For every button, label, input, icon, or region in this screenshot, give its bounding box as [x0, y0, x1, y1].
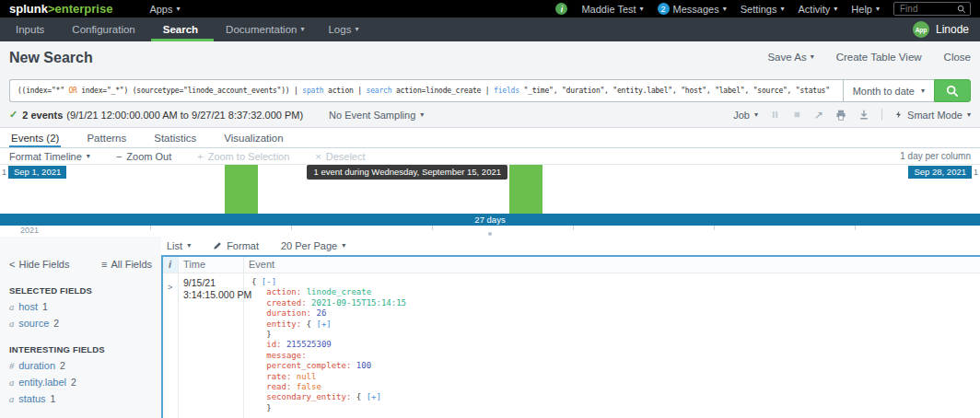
format-results-button[interactable]: Format	[213, 240, 259, 251]
job-status-bar: ✓ 2 events (9/1/21 12:00:00.000 AM to 9/…	[9, 102, 971, 127]
pencil-icon	[213, 241, 222, 250]
field-name-link[interactable]: host	[18, 301, 38, 312]
search-mode-menu[interactable]: Smart Mode ▾	[894, 110, 971, 121]
axis-tick	[291, 226, 292, 230]
chevron-down-icon: ▾	[187, 242, 191, 250]
field-name-link[interactable]: source	[18, 318, 49, 329]
query-segment: spath	[302, 87, 323, 95]
field-item[interactable]: a source 2	[9, 318, 152, 329]
settings-menu[interactable]: Settings ▾	[741, 4, 785, 15]
json-text	[251, 340, 266, 349]
zoom-to-selection-button[interactable]: + Zoom to Selection	[197, 151, 289, 162]
close-button[interactable]: Close	[944, 52, 971, 63]
json-text	[251, 392, 266, 401]
field-item[interactable]: # duration 2	[9, 360, 152, 371]
stop-icon	[792, 110, 802, 120]
current-app[interactable]: App Linode	[913, 17, 976, 41]
logo-product: enterprise	[55, 2, 113, 16]
timeline-axis: 2021	[0, 226, 980, 237]
field-item[interactable]: a status 1	[9, 393, 152, 404]
app-nav-item[interactable]: Search	[151, 17, 214, 41]
column-header-time[interactable]: Time	[179, 257, 244, 273]
share-job-button[interactable]: ↗	[814, 109, 823, 122]
stop-job-button[interactable]	[792, 110, 802, 120]
expand-event-chevron[interactable]: >	[168, 283, 172, 292]
field-item[interactable]: a host 1	[9, 301, 152, 312]
splunk-logo[interactable]: splunk>enterprise	[9, 2, 112, 16]
json-toggle-link[interactable]: [+]	[316, 319, 331, 329]
event-row-expander-cell: >	[163, 273, 179, 418]
messages-menu[interactable]: 2 Messages ▾	[658, 3, 727, 15]
timeline-bar[interactable]	[225, 165, 258, 214]
json-text	[251, 308, 266, 318]
app-nav-item[interactable]: Inputs	[4, 17, 60, 41]
time-range-picker[interactable]: Month to date ▾	[843, 79, 934, 102]
json-text	[251, 298, 266, 308]
zoom-out-button[interactable]: − Zoom Out	[116, 151, 171, 162]
format-timeline-menu[interactable]: Format Timeline ▾	[9, 151, 90, 162]
field-item[interactable]: a entity.label 2	[9, 377, 152, 388]
json-text: {	[351, 392, 366, 401]
print-button[interactable]	[835, 110, 846, 121]
save-as-button[interactable]: Save As ▾	[767, 52, 813, 63]
event-time-range: (9/1/21 12:00:00.000 AM to 9/27/21 8:37:…	[66, 110, 303, 121]
column-header-info[interactable]: i	[163, 257, 179, 273]
json-text	[251, 372, 266, 381]
user-menu[interactable]: Maddie Test ▾	[581, 4, 643, 15]
create-table-view-button[interactable]: Create Table View	[836, 52, 922, 63]
field-name-link[interactable]: entity.label	[18, 377, 66, 388]
field-count: 1	[51, 393, 56, 404]
field-name-link[interactable]: status	[18, 393, 45, 404]
deselect-button[interactable]: × Deselect	[315, 151, 365, 162]
search-query-input[interactable]: ((index="*" OR index="_*") (sourcetype="…	[9, 79, 843, 102]
x-icon: ×	[315, 151, 321, 162]
chevron-down-icon: ▾	[420, 111, 424, 119]
info-icon[interactable]: i	[555, 3, 567, 15]
logo-brand: splunk	[9, 2, 48, 16]
json-text: linode_create	[307, 287, 371, 296]
event-sampling-menu[interactable]: No Event Sampling ▾	[329, 110, 424, 121]
json-text: rate:	[266, 372, 291, 381]
field-type-icon: a	[9, 394, 14, 404]
json-text: secondary_entity:	[266, 392, 351, 401]
app-nav-item[interactable]: Configuration	[60, 17, 150, 41]
activity-menu[interactable]: Activity ▾	[799, 4, 838, 15]
selected-fields-header: SELECTED FIELDS	[9, 285, 152, 296]
header-actions: Save As ▾ Create Table View Close	[767, 50, 971, 63]
top-nav-bar: splunk>enterprise Apps ▾ i Maddie Test ▾…	[0, 0, 980, 17]
results-tab[interactable]: Statistics	[152, 130, 198, 147]
chevron-down-icon: ▾	[640, 6, 644, 13]
per-page-menu[interactable]: 20 Per Page ▾	[281, 240, 345, 251]
results-tab[interactable]: Patterns	[85, 130, 128, 147]
help-menu[interactable]: Help ▾	[851, 4, 880, 15]
json-text	[251, 319, 266, 329]
find-input[interactable]	[898, 3, 951, 15]
export-button[interactable]	[858, 110, 869, 121]
hide-fields-button[interactable]: < Hide Fields	[9, 259, 69, 270]
json-text: 100	[356, 361, 371, 370]
timeline-chart-area[interactable]: 1 1 Sep 1, 2021 Sep 28, 2021 1 event dur…	[0, 164, 980, 214]
timeline-controls: Format Timeline ▾ − Zoom Out + Zoom to S…	[0, 148, 980, 164]
all-fields-button[interactable]: ≡ All Fields	[101, 259, 152, 270]
results-tab[interactable]: Visualization	[222, 130, 285, 147]
results-tab[interactable]: Events (2)	[9, 130, 61, 147]
query-segment: ((index="*"	[18, 87, 68, 95]
field-name-link[interactable]: duration	[18, 360, 55, 371]
list-view-menu[interactable]: List ▾	[167, 240, 191, 251]
app-nav-item[interactable]: Documentation ▾	[214, 17, 316, 41]
find-search-box[interactable]	[893, 2, 971, 16]
pause-job-button[interactable]	[770, 110, 780, 120]
event-date: 9/15/21	[183, 277, 239, 289]
app-nav-bar: Inputs Configuration Search Documentatio…	[0, 17, 980, 41]
app-nav-item[interactable]: Logs ▾	[316, 17, 370, 41]
apps-menu[interactable]: Apps ▾	[149, 4, 180, 15]
job-menu[interactable]: Job ▾	[733, 110, 758, 121]
json-text: null	[297, 372, 317, 381]
search-submit-button[interactable]	[934, 79, 971, 102]
logo-gt: >	[48, 2, 55, 16]
timeline-bar[interactable]	[509, 165, 542, 214]
axis-tick	[150, 226, 151, 230]
json-toggle-link[interactable]: [-]	[262, 277, 276, 286]
timeline-tooltip: 1 event during Wednesday, September 15, …	[307, 165, 508, 180]
json-toggle-link[interactable]: [+]	[367, 392, 381, 401]
